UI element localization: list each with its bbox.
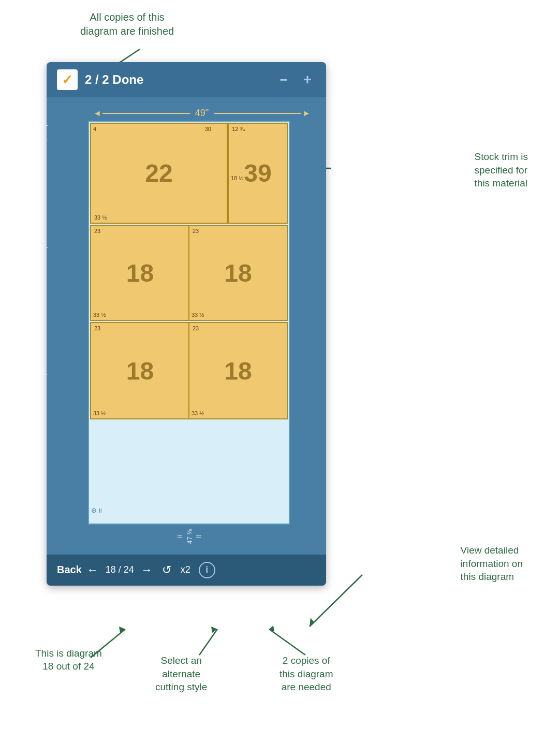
piece-39: 39 12 ³⁄₄ 18 ½ [228, 123, 288, 224]
left-dim-1: 91 ¹⁄₄ — [47, 136, 48, 144]
info-button[interactable]: i [199, 562, 215, 578]
piece-22-dim-top: 30 [205, 126, 211, 132]
piece-18ml-dim-top: 23 [94, 228, 100, 234]
back-button[interactable]: Back [57, 564, 82, 576]
minus-button[interactable]: − [275, 72, 291, 88]
piece-22: 22 4 30 33 ½ [90, 123, 228, 224]
copies-label: x2 [181, 564, 190, 575]
annotation-all-copies: All copies of this diagram are finished [80, 10, 174, 38]
svg-marker-11 [310, 618, 314, 627]
flip-button[interactable]: ↺ [162, 563, 171, 577]
piece-39-number: 39 [244, 159, 271, 187]
annotation-stock-trim: Stock trim is specified for this materia… [475, 150, 528, 190]
piece-18br-dim-top: 23 [193, 325, 199, 331]
svg-marker-7 [211, 627, 217, 633]
bottom-dim-label: II [176, 534, 184, 538]
right-dim: ▲ 97" ▼ [325, 121, 326, 525]
left-dim-3: 34 ¹⁄₂ — [47, 370, 48, 378]
bottom-dim-value: 47 ³⁄₈ [186, 529, 194, 544]
piece-18mr-dim-bottom: 33 ½ [192, 312, 204, 318]
piece-18bl: 18 23 33 ½ [90, 322, 190, 419]
diagram-area: ◄ 49" ► 95 ³⁄₈ = 91 ¹⁄₄ — [47, 97, 326, 555]
top-dimension: ◄ 49" ► [93, 108, 311, 119]
sheet: 22 4 30 33 ½ 39 12 ³⁄₄ 18 ½ 18 23 [88, 121, 290, 525]
annotation-alternate: Select an alternate cutting style [155, 654, 207, 694]
footer-bar: Back ← 18 / 24 → ↺ x2 i [47, 555, 326, 586]
piece-22-dim-bottom: 33 ½ [94, 214, 107, 221]
bottom-dim-eq: II [195, 534, 202, 538]
annotation-diagram-num: This is diagram 18 out of 24 [35, 647, 102, 673]
dim-arrow-right: ► [302, 109, 311, 118]
left-dim-0: 95 ³⁄₈ = [47, 122, 48, 129]
checkmark-icon: ✓ [62, 72, 73, 88]
app-panel: ✓ 2 / 2 Done − + ◄ 49" ► 95 ³⁄₈ = [47, 62, 326, 586]
piece-18ml: 18 23 33 ½ [90, 225, 190, 321]
svg-line-6 [199, 629, 217, 655]
svg-line-8 [269, 629, 305, 655]
dim-arrow-left: ◄ [93, 109, 101, 118]
plus-button[interactable]: + [299, 71, 316, 88]
piece-18ml-number: 18 [126, 259, 154, 287]
done-checkbox[interactable]: ✓ [57, 69, 78, 90]
bottom-dim-area: II 47 ³⁄₈ II [88, 529, 311, 544]
outer-container: All copies of this diagram are finished … [0, 0, 559, 756]
piece-18bl-dim-top: 23 [94, 325, 100, 331]
piece-18mr: 18 23 33 ½ [188, 225, 288, 321]
annotation-info-detail: View detailed information on this diagra… [461, 544, 523, 584]
annotation-copies: 2 copies of this diagram are needed [280, 654, 333, 694]
grain-mark-left: ⊕ II [91, 506, 102, 514]
piece-18ml-dim-bottom: 33 ½ [93, 312, 106, 318]
header-bar: ✓ 2 / 2 Done − + [47, 62, 326, 97]
next-arrow[interactable]: → [141, 563, 153, 577]
page-indicator: 18 / 24 [104, 564, 136, 575]
svg-marker-9 [269, 626, 274, 632]
piece-18br-dim-bottom: 33 ½ [192, 410, 204, 416]
piece-18bl-dim-bottom: 33 ½ [93, 410, 106, 416]
piece-18br-number: 18 [224, 357, 252, 385]
piece-18mr-number: 18 [224, 259, 252, 287]
piece-39-dim-top: 12 ³⁄₄ [232, 126, 245, 133]
width-dim-label: 49" [191, 108, 213, 119]
header-title: 2 / 2 Done [85, 72, 268, 87]
piece-22-dim-tl: 4 [93, 126, 96, 132]
prev-arrow[interactable]: ← [87, 563, 98, 577]
sheet-wrapper: 95 ³⁄₈ = 91 ¹⁄₄ — 68 ¹⁄₈ — 34 ¹⁄₂ — [88, 121, 311, 525]
info-icon: i [205, 564, 208, 575]
piece-18bl-number: 18 [126, 357, 154, 385]
left-dim-2: 68 ¹⁄₈ — [47, 244, 48, 252]
piece-39-dim-left: 18 ½ [231, 175, 243, 181]
height-dim-label: 97" [325, 313, 326, 332]
piece-18br: 18 23 33 ½ [188, 322, 288, 419]
piece-18mr-dim-top: 23 [193, 228, 199, 234]
svg-marker-5 [119, 627, 125, 633]
piece-22-number: 22 [145, 159, 172, 187]
